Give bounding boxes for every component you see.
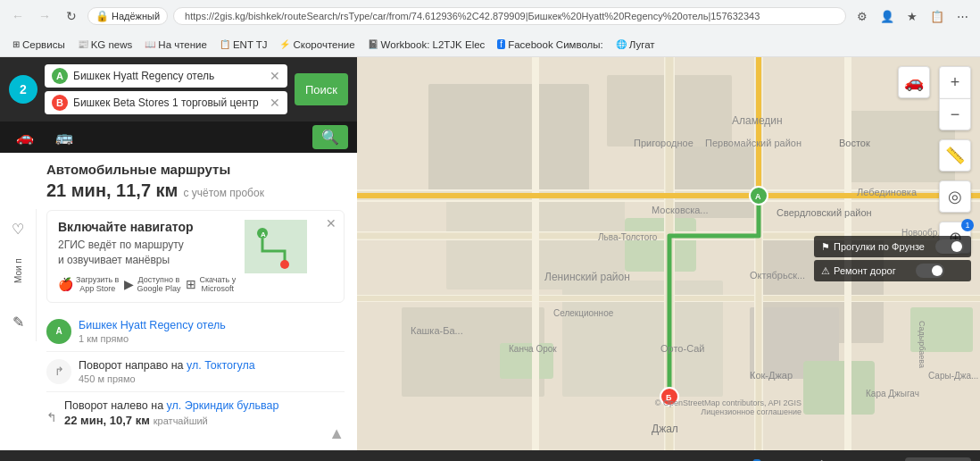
left-panel: 2 A Бишкек Hyatt Regency отель ✕ B bbox=[0, 57, 357, 450]
route-preview-svg: A bbox=[245, 220, 307, 273]
download-app-button[interactable]: ⬇ Скачать bbox=[905, 457, 971, 462]
svg-text:Льва-Толстого: Льва-Толстого bbox=[598, 232, 658, 242]
secure-badge: 🔒 Надёжный bbox=[87, 7, 168, 25]
copyright: © OpenStreetMap contributors, API 2GISЛи… bbox=[655, 398, 801, 416]
back-button[interactable]: ← bbox=[7, 5, 29, 27]
profile-button[interactable]: 👤 bbox=[876, 5, 898, 27]
search-button[interactable]: Поиск bbox=[295, 73, 348, 105]
roadworks-toggle[interactable] bbox=[916, 264, 944, 278]
step-1-link[interactable]: ул. Токтогула bbox=[187, 359, 255, 372]
bus-mode-button[interactable]: 🚌 bbox=[48, 125, 80, 149]
favorites-button[interactable]: ★ bbox=[901, 5, 923, 27]
zoom-in-button[interactable]: + bbox=[939, 66, 971, 98]
bookmark-reading[interactable]: 📖 На чтение bbox=[139, 38, 212, 52]
bookmark-ent[interactable]: 📋 ENT TJ bbox=[214, 38, 273, 52]
bookmark-label: Сервисы bbox=[22, 39, 65, 50]
zoom-out-button[interactable]: − bbox=[939, 98, 971, 130]
step-1-dist: 450 м прямо bbox=[79, 373, 345, 384]
legend-walks-label: Прогулки по Фрунзе bbox=[834, 241, 925, 252]
step-start-dist: 1 км прямо bbox=[79, 333, 345, 344]
reload-button[interactable]: ↻ bbox=[61, 5, 82, 27]
legend-roadworks-label: Ремонт дорог bbox=[834, 265, 896, 276]
promo-text: 2ГИС ведёт по маршрутуи озвучивает манёв… bbox=[58, 238, 236, 268]
svg-text:Восток: Восток bbox=[839, 138, 870, 148]
alt-route-link[interactable]: ул. Эркиндик бульвар bbox=[167, 399, 279, 412]
book-icon: 📖 bbox=[145, 39, 155, 49]
svg-text:Первомайский район: Первомайский район bbox=[705, 138, 801, 148]
svg-text:Кашка-Ба...: Кашка-Ба... bbox=[411, 325, 463, 336]
bookmark-workbook[interactable]: 📓 Workbook: L2TJK Elec bbox=[362, 38, 491, 52]
route-to-row[interactable]: B Бишкек Beta Stores 1 торговый центр ✕ bbox=[45, 91, 287, 114]
location-button[interactable]: ◎ bbox=[939, 180, 971, 213]
map-controls: + − 📏 ◎ ⊕ 1 bbox=[939, 66, 971, 254]
promo-title: Включайте навигатор bbox=[58, 220, 236, 234]
search-mode-button[interactable]: 🔍 bbox=[312, 125, 348, 149]
car-control-button[interactable]: 🚗 bbox=[898, 66, 930, 98]
svg-text:Лебединовка: Лебединовка bbox=[857, 187, 918, 197]
ent-icon: 📋 bbox=[220, 39, 230, 49]
step-start-name: Бишкек Hyatt Regency отель bbox=[79, 319, 345, 331]
warning-icon: ⚠ bbox=[821, 265, 830, 277]
play-icon: ▶ bbox=[124, 277, 134, 291]
svg-rect-16 bbox=[803, 361, 875, 415]
lugat-icon: 🌐 bbox=[616, 39, 627, 49]
extensions-button[interactable]: ⚙ bbox=[851, 5, 873, 27]
walks-toggle[interactable] bbox=[935, 239, 964, 254]
bookmark-speed-read[interactable]: ⚡ Скорочтение bbox=[274, 38, 360, 52]
bookmark-lugat[interactable]: 🌐 Лугат bbox=[610, 38, 660, 52]
forward-button[interactable]: → bbox=[34, 5, 55, 27]
print-tool-button[interactable]: 🖨 bbox=[873, 454, 898, 461]
news-icon: 📰 bbox=[78, 39, 88, 49]
svg-text:A: A bbox=[755, 192, 761, 201]
lock-icon: 🔒 bbox=[96, 10, 109, 22]
apple-icon: 🍎 bbox=[58, 277, 73, 291]
mail-tool-button[interactable]: ✉ bbox=[841, 454, 866, 461]
bookmark-facebook[interactable]: f Facebook Символы: bbox=[492, 38, 608, 52]
clear-from-button[interactable]: ✕ bbox=[270, 69, 280, 83]
bookmark-label: ENT TJ bbox=[233, 39, 268, 50]
route-step-1: ↱ Поворот направо на ул. Токтогула 450 м… bbox=[46, 352, 345, 392]
svg-text:Пригородное: Пригородное bbox=[634, 138, 693, 148]
promo-close-button[interactable]: ✕ bbox=[326, 216, 336, 230]
share-tool-button[interactable]: ⤴ bbox=[809, 454, 834, 461]
bookmarks-bar: ⊞ Сервисы 📰 KG news 📖 На чтение 📋 ENT TJ… bbox=[0, 32, 980, 57]
search-header: 2 A Бишкек Hyatt Regency отель ✕ B bbox=[0, 57, 357, 122]
secure-label: Надёжный bbox=[112, 11, 160, 21]
bookmark-services[interactable]: ⊞ Сервисы bbox=[7, 38, 71, 52]
appstore-button[interactable]: 🍎 Загрузить вApp Store bbox=[58, 275, 119, 293]
zoom-controls: + − bbox=[939, 66, 971, 130]
legend-walks: ⚑ Прогулки по Фрунзе bbox=[814, 236, 971, 257]
person-tool-button[interactable]: 👤 bbox=[744, 454, 769, 461]
svg-text:Октябрьск...: Октябрьск... bbox=[750, 270, 805, 281]
favorite-icon-button[interactable]: ♡ bbox=[5, 216, 30, 241]
svg-text:Садырбаева: Садырбаева bbox=[918, 321, 926, 368]
svg-text:Московска...: Московска... bbox=[652, 205, 709, 215]
create-icon-button[interactable]: ✎ bbox=[5, 309, 30, 334]
alt-route[interactable]: ↰ Поворот налево на ул. Эркиндик бульвар… bbox=[46, 392, 345, 443]
step-turn-right-icon: ↱ bbox=[46, 359, 71, 384]
svg-text:Селекционное: Селекционное bbox=[553, 308, 614, 318]
googleplay-button[interactable]: ▶ Доступно вGoogle Play bbox=[124, 275, 180, 293]
collections-button[interactable]: 📋 bbox=[926, 5, 948, 27]
step-1-name: Поворот направо на ул. Токтогула bbox=[79, 359, 345, 372]
scroll-up-button[interactable]: ▲ bbox=[328, 424, 345, 443]
route-from-row[interactable]: A Бишкек Hyatt Regency отель ✕ bbox=[45, 64, 287, 88]
car-mode-button[interactable]: 🚗 bbox=[9, 125, 41, 149]
bookmark-label: Facebook Символы: bbox=[508, 39, 603, 50]
map-area[interactable]: A Б Пригородное Аламедин Восток Лебедино… bbox=[357, 57, 980, 450]
nav-promo: ✕ Включайте навигатор 2ГИС ведёт по марш… bbox=[46, 210, 345, 303]
step-start-link[interactable]: Бишкек Hyatt Regency отель bbox=[79, 319, 226, 331]
svg-rect-5 bbox=[428, 84, 589, 191]
bookmark-kgnews[interactable]: 📰 KG news bbox=[72, 38, 138, 52]
promo-downloads: 🍎 Загрузить вApp Store ▶ Доступно вGoogl… bbox=[58, 275, 236, 293]
upload-tool-button[interactable]: ⬆ bbox=[777, 454, 801, 461]
microsoft-button[interactable]: ⊞ Скачать уMicrosoft bbox=[186, 275, 236, 293]
map-legend: ⚑ Прогулки по Фрунзе ⚠ Ремонт дорог bbox=[814, 236, 971, 281]
ruler-button[interactable]: 📏 bbox=[939, 139, 971, 172]
svg-point-3 bbox=[280, 260, 289, 269]
clear-to-button[interactable]: ✕ bbox=[270, 96, 280, 110]
more-button[interactable]: ⋯ bbox=[951, 5, 973, 27]
address-bar[interactable]: https://2gis.kg/bishkek/routeSearch/rsTy… bbox=[173, 7, 846, 25]
step-start-text: Бишкек Hyatt Regency отель 1 км прямо bbox=[79, 319, 345, 344]
route-panel[interactable]: Автомобильные маршруты 21 мин, 11,7 км с… bbox=[34, 153, 357, 450]
